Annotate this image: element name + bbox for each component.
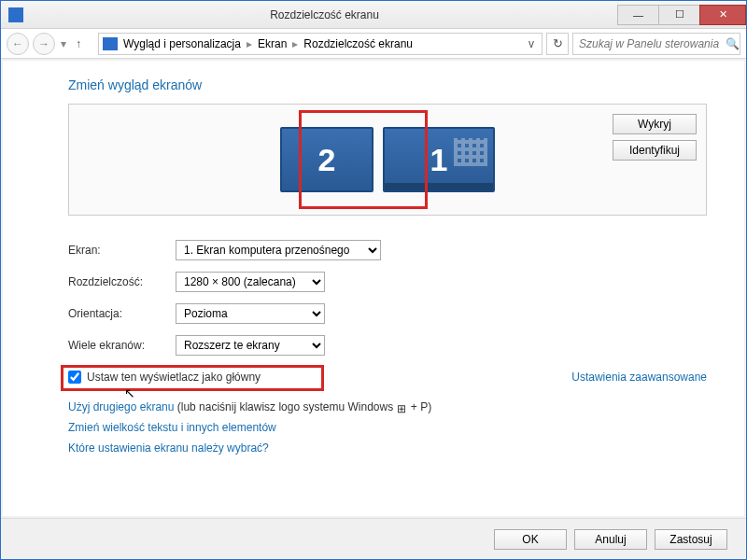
close-button[interactable]: ✕: [699, 5, 746, 25]
text-size-link[interactable]: Zmień wielkość tekstu i innych elementów: [68, 421, 707, 434]
use-second-screen-link[interactable]: Użyj drugiego ekranu: [68, 400, 174, 413]
breadcrumb-leaf[interactable]: Rozdzielczość ekranu: [303, 37, 413, 50]
address-dropdown-icon[interactable]: v: [525, 37, 538, 50]
titlebar: Rozdzielczość ekranu — ☐ ✕: [1, 1, 746, 29]
search-icon[interactable]: 🔍: [726, 37, 740, 50]
which-settings-link[interactable]: Które ustawienia ekranu należy wybrać?: [68, 441, 707, 455]
monitor-1-taskbar: [385, 183, 493, 190]
forward-button[interactable]: →: [33, 33, 55, 55]
history-dropdown-icon[interactable]: ▾: [61, 37, 66, 50]
app-icon: [8, 7, 23, 22]
primary-display-label: Ustaw ten wyświetlacz jako główny: [87, 371, 261, 384]
back-button[interactable]: ←: [7, 33, 29, 55]
primary-display-row: Ustaw ten wyświetlacz jako główny ↖ Usta…: [68, 371, 707, 384]
second-screen-text-a: (lub naciśnij klawisz logo systemu Windo…: [174, 400, 396, 413]
dialog-footer: OK Anuluj Zastosuj: [1, 518, 746, 559]
second-screen-line: Użyj drugiego ekranu (lub naciśnij klawi…: [68, 400, 707, 413]
select-resolution[interactable]: 1280 × 800 (zalecana): [176, 272, 325, 292]
help-links: Użyj drugiego ekranu (lub naciśnij klawi…: [68, 400, 707, 455]
monitor-2[interactable]: 2: [280, 127, 374, 192]
chevron-right-icon: ▸: [247, 37, 252, 50]
second-screen-text-b: + P): [408, 400, 432, 413]
window-title: Rozdzielczość ekranu: [31, 8, 618, 21]
cursor-icon: ↖: [124, 385, 135, 400]
minimize-button[interactable]: —: [617, 5, 659, 25]
content-area: Zmień wygląd ekranów 2 1 Wykryj Identyfi…: [3, 61, 744, 516]
maximize-button[interactable]: ☐: [658, 5, 700, 25]
monitor-2-label: 2: [318, 142, 336, 178]
up-button[interactable]: ↑: [76, 37, 91, 50]
label-orientation: Orientacja:: [68, 307, 176, 320]
navbar: ← → ▾ ↑ Wygląd i personalizacja ▸ Ekran …: [1, 29, 746, 59]
search-box[interactable]: 🔍: [572, 33, 740, 55]
page-heading: Zmień wygląd ekranów: [68, 77, 707, 92]
windows-logo-icon: [397, 402, 408, 413]
display-arrangement-box[interactable]: 2 1 Wykryj Identyfikuj: [68, 104, 707, 216]
address-bar[interactable]: Wygląd i personalizacja ▸ Ekran ▸ Rozdzi…: [98, 33, 543, 55]
monitor-1-label: 1: [430, 142, 448, 178]
breadcrumb-root[interactable]: Wygląd i personalizacja: [123, 37, 241, 50]
select-display[interactable]: 1. Ekran komputera przenośnego: [176, 240, 381, 260]
identify-button[interactable]: Identyfikuj: [613, 140, 697, 161]
advanced-settings-link[interactable]: Ustawienia zaawansowane: [571, 371, 707, 384]
control-panel-window: Rozdzielczość ekranu — ☐ ✕ ← → ▾ ↑ Wyglą…: [0, 0, 747, 560]
primary-display-checkbox[interactable]: [68, 371, 81, 384]
breadcrumb-mid[interactable]: Ekran: [258, 37, 287, 50]
apply-button[interactable]: Zastosuj: [655, 529, 727, 550]
label-multiple: Wiele ekranów:: [68, 339, 176, 352]
label-display: Ekran:: [68, 244, 176, 257]
select-orientation[interactable]: Pozioma: [176, 303, 325, 324]
monitor-1[interactable]: 1: [383, 127, 495, 192]
search-input[interactable]: [579, 37, 720, 50]
settings-form: Ekran: 1. Ekran komputera przenośnego Ro…: [68, 240, 707, 356]
ok-button[interactable]: OK: [494, 529, 567, 550]
control-panel-icon: [103, 37, 118, 50]
cancel-button[interactable]: Anuluj: [574, 529, 647, 550]
chevron-right-icon: ▸: [292, 37, 298, 50]
refresh-button[interactable]: ↻: [546, 33, 569, 55]
detect-button[interactable]: Wykryj: [613, 114, 697, 134]
label-resolution: Rozdzielczość:: [68, 275, 176, 288]
select-multiple[interactable]: Rozszerz te ekrany: [176, 335, 325, 356]
